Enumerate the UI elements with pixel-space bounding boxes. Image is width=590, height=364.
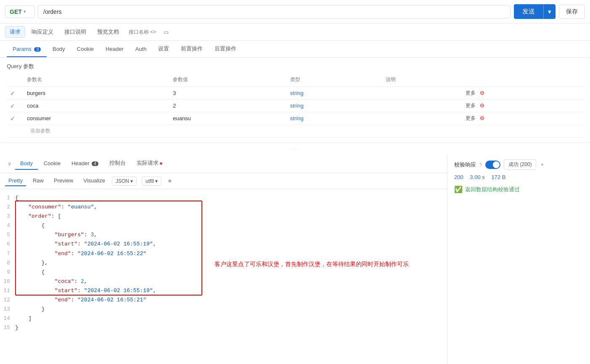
url-input[interactable]: [38, 5, 511, 18]
resp-time: 3.00 s: [470, 174, 484, 180]
response-section: ∨ Body Cookie Header 4 控制台 实际请求 分享 Prett…: [0, 154, 590, 364]
format-select[interactable]: JSON ▾: [112, 177, 137, 186]
query-title: Query 参数: [7, 63, 583, 70]
param-name-consumer[interactable]: consumer: [24, 112, 169, 125]
params-table: 参数名 参数值 类型 说明 ✓ burgers 3 string 更多 ⊖: [7, 74, 583, 137]
subtab-post-op[interactable]: 后置操作: [209, 41, 242, 58]
param-name-coca[interactable]: coca: [24, 100, 169, 112]
resp-size: 172 B: [491, 174, 505, 180]
sub-tabs: Params 3 Body Cookie Header Auth 设置 前置操作…: [0, 41, 590, 58]
subtab-cookie[interactable]: Cookie: [71, 42, 100, 57]
params-badge: 3: [34, 47, 41, 52]
body-subtab-preview[interactable]: Preview: [50, 176, 77, 186]
col-desc: 说明: [382, 74, 462, 87]
section-divider[interactable]: · · ·: [0, 142, 590, 154]
toggle-switch[interactable]: [485, 161, 500, 169]
query-section: Query 参数 参数名 参数值 类型 说明 ✓ burgers 3 strin…: [0, 58, 590, 142]
method-select[interactable]: GET ▾: [5, 5, 34, 18]
check-circle-icon: ✅: [454, 185, 463, 193]
encoding-select[interactable]: utf8 ▾: [142, 177, 161, 186]
status-badge[interactable]: 成功 (200): [504, 159, 536, 170]
col-param-value: 参数值: [169, 74, 287, 87]
url-bar: GET ▾ 发送 ▾ 保存: [0, 0, 590, 24]
more-link-burgers[interactable]: 更多: [466, 90, 476, 96]
method-chevron-icon: ▾: [24, 9, 26, 14]
add-param-button[interactable]: 添加参数: [27, 124, 54, 137]
top-tabs: 请求 响应定义 接口说明 预览文档 接口名称 <> ▭: [0, 24, 590, 41]
subtab-params[interactable]: Params 3: [7, 42, 47, 57]
encoding-label: utf8: [146, 178, 154, 184]
pass-label: 返回数据结构校验通过: [465, 186, 520, 193]
resp-tab-cookie[interactable]: Cookie: [39, 158, 66, 170]
subtab-pre-op[interactable]: 前置操作: [175, 41, 209, 58]
help-icon[interactable]: ?: [479, 162, 482, 167]
more-link-coca[interactable]: 更多: [466, 103, 476, 108]
collapse-icon[interactable]: ∨: [5, 159, 14, 169]
subtab-body[interactable]: Body: [47, 42, 71, 57]
param-desc-burgers[interactable]: [382, 87, 462, 100]
remove-coca-icon[interactable]: ⊖: [480, 102, 484, 108]
check-icon[interactable]: ✓: [10, 115, 15, 122]
method-label: GET: [10, 8, 22, 15]
resp-tab-header[interactable]: Header 4: [66, 158, 103, 170]
encoding-chevron-icon: ▾: [155, 178, 158, 184]
subtab-settings[interactable]: 设置: [152, 41, 175, 58]
table-row: ✓ burgers 3 string 更多 ⊖: [7, 87, 583, 100]
api-name-tab[interactable]: 接口名称 <>: [125, 27, 159, 37]
param-value-burgers[interactable]: 3: [169, 87, 287, 100]
param-name-burgers[interactable]: burgers: [24, 87, 169, 100]
annotation-text: 客户这里点了可乐和汉堡，首先制作汉堡，在等待结果的同时开始制作可乐: [214, 260, 409, 270]
header-badge: 4: [92, 161, 98, 166]
body-subtab-visualize[interactable]: Visualize: [80, 176, 108, 186]
wrap-icon[interactable]: ≡: [168, 178, 172, 184]
body-subtab-pretty[interactable]: Pretty: [5, 176, 26, 186]
tab-api-desc[interactable]: 接口说明: [60, 26, 91, 38]
param-type-consumer: string: [287, 112, 382, 125]
table-row: ✓ coca 2 string 更多 ⊖: [7, 100, 583, 112]
validation-panel: 校验响应 ? 成功 (200) ▾ 200 3.00 s 172 B ✅ 返回数…: [447, 154, 590, 364]
add-param-row: 添加参数: [7, 125, 583, 137]
param-type-burgers: string: [287, 87, 382, 100]
remove-burgers-icon[interactable]: ⊖: [480, 90, 484, 96]
more-link-consumer[interactable]: 更多: [466, 115, 476, 121]
param-value-consumer[interactable]: euansu: [169, 112, 287, 125]
col-type: 类型: [287, 74, 382, 87]
validation-row: 校验响应 ? 成功 (200) ▾: [454, 159, 583, 170]
check-icon[interactable]: ✓: [10, 90, 15, 97]
resp-stats: 200 3.00 s 172 B: [454, 174, 583, 180]
send-label: 发送: [514, 4, 543, 19]
resp-tab-console[interactable]: 控制台: [104, 157, 131, 170]
resp-tab-actual[interactable]: 实际请求: [132, 157, 167, 170]
validation-pass: ✅ 返回数据结构校验通过: [454, 185, 583, 193]
tab-preview-doc[interactable]: 预览文档: [93, 26, 124, 38]
param-value-coca[interactable]: 2: [169, 100, 287, 112]
tab-request[interactable]: 请求: [5, 26, 25, 38]
tab-response-def[interactable]: 响应定义: [27, 26, 58, 38]
param-type-coca: string: [287, 100, 382, 112]
save-button[interactable]: 保存: [559, 5, 585, 19]
remove-consumer-icon[interactable]: ⊖: [480, 115, 484, 121]
resp-code: 200: [454, 174, 463, 180]
actual-dot: [160, 162, 162, 165]
send-arrow-icon[interactable]: ▾: [544, 5, 556, 19]
validation-label: 校验响应: [454, 161, 476, 169]
param-desc-coca[interactable]: [382, 100, 462, 112]
format-label: JSON: [116, 178, 129, 184]
status-chevron-icon[interactable]: ▾: [541, 162, 543, 167]
col-param-name: 参数名: [24, 74, 169, 87]
subtab-auth[interactable]: Auth: [130, 42, 153, 57]
resp-tab-body[interactable]: Body: [15, 158, 38, 170]
body-subtab-raw[interactable]: Raw: [29, 176, 47, 186]
format-chevron-icon: ▾: [130, 178, 133, 184]
param-desc-consumer[interactable]: [382, 112, 462, 125]
split-icon[interactable]: ▭: [161, 27, 171, 37]
table-row: ✓ consumer euansu string 更多 ⊖: [7, 112, 583, 125]
check-icon[interactable]: ✓: [10, 103, 15, 109]
send-button[interactable]: 发送 ▾: [514, 4, 556, 19]
subtab-header[interactable]: Header: [100, 42, 130, 57]
app-container: GET ▾ 发送 ▾ 保存 请求 响应定义 接口说明 预览文档 接口名称 <> …: [0, 0, 590, 364]
